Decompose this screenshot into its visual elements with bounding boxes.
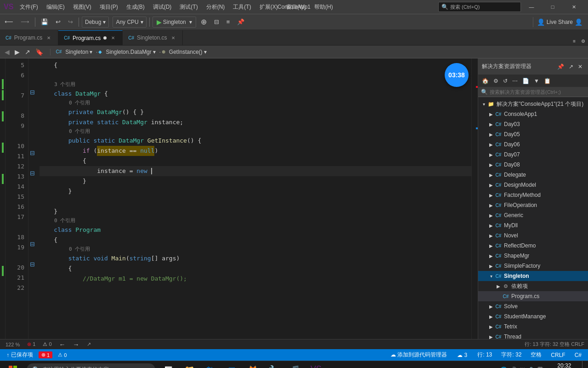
network-icon[interactable]: 🌐 [500, 367, 507, 368]
sol-show-all[interactable]: 📄 [520, 77, 531, 85]
tab-close-3[interactable]: ✕ [170, 34, 177, 41]
tree-singleton-program[interactable]: ▶ C# Program.cs [478, 291, 588, 301]
file-explorer-icon[interactable]: 📁 [179, 361, 199, 368]
tree-siimplefactory[interactable]: ▶ C# SiimpleFactory [478, 261, 588, 271]
attach-button[interactable]: ⊕ [198, 16, 209, 28]
nav-back-bottom[interactable]: ← [57, 340, 68, 349]
add-source-button[interactable]: ☁ 添加到源代码管理器 [388, 351, 450, 359]
tree-day06[interactable]: ▶ C# Day06 [478, 139, 588, 150]
solution-root-item[interactable]: ▾ 📁 解决方案"ConsoleApp1"(21 个项目) [478, 99, 588, 109]
code-content[interactable]: { 3 个引用 class DataMgr { 0 个引用 [36, 58, 471, 339]
nav-action[interactable]: ↗ [23, 47, 32, 57]
maximize-button[interactable]: □ [542, 0, 563, 14]
firefox-icon[interactable]: 🦊 [243, 361, 263, 368]
tab-close-1[interactable]: ✕ [45, 34, 52, 41]
error-count[interactable]: ⊗ 1 [25, 341, 37, 348]
tab-program-cs-1[interactable]: C# Program.cs ✕ [0, 30, 58, 45]
member-dropdown[interactable]: Singleton.DataMgr ▾ [103, 48, 158, 56]
menu-file[interactable]: 文件(F) [16, 2, 41, 12]
class-dropdown[interactable]: Singleton ▾ [62, 48, 95, 56]
menu-test[interactable]: 测试(T) [176, 2, 201, 12]
redo-button[interactable]: ↪ [65, 17, 76, 27]
menu-build[interactable]: 生成(B) [123, 2, 148, 12]
tree-mydll[interactable]: ▶ C# MyDll [478, 220, 588, 230]
lang-indicator[interactable]: 英 [537, 366, 543, 368]
antivirus-icon[interactable]: 🛡 [520, 367, 525, 368]
tree-day05[interactable]: ▶ C# Day05 [478, 129, 588, 139]
store-icon[interactable]: 🛍 [200, 361, 220, 368]
close-button[interactable]: ✕ [563, 0, 584, 14]
solution-pin-button[interactable]: 📌 [555, 63, 566, 71]
menu-analyze[interactable]: 分析(N) [203, 2, 229, 12]
menu-edit[interactable]: 编辑(E) [43, 2, 68, 12]
spaces-status[interactable]: 空格 [528, 351, 544, 359]
vertical-scrollbar[interactable] [471, 58, 478, 339]
vpn-icon[interactable]: 🔒 [528, 367, 535, 368]
tree-tetrix[interactable]: ▶ C# Tetrix [478, 322, 588, 332]
toolbar-misc-2[interactable]: ≡ [224, 17, 233, 27]
encoding-status[interactable]: CRLF [548, 352, 568, 358]
method-dropdown[interactable]: GetInstance() ▾ [166, 48, 209, 56]
nav-forward-arrow[interactable]: ▶ [13, 47, 22, 57]
sol-props[interactable]: 📋 [542, 77, 553, 85]
tab-singleton-cs[interactable]: C# Singleton.cs ✕ [123, 30, 183, 45]
git-branch-button[interactable]: ↑ 已保存项 [4, 351, 36, 359]
warning-badge[interactable]: ⚠ 0 [55, 351, 69, 358]
code-editor[interactable]: 03:38 5 6 7 8 9 10 11 12 13 14 15 16 17 [6, 58, 478, 339]
start-button[interactable] [2, 361, 24, 368]
file-type-status[interactable]: C# [572, 352, 584, 358]
undo-button[interactable]: ↩ [53, 17, 63, 27]
tray-up-arrow[interactable]: ∧ [493, 367, 498, 368]
tree-day03[interactable]: ▶ C# Day03 [478, 119, 588, 129]
col-status[interactable]: 字符: 32 [498, 351, 524, 359]
solution-close-button[interactable]: ✕ [576, 63, 584, 71]
visualstudio-icon[interactable]: VS [306, 361, 326, 368]
task-view-button[interactable]: ⬜ [158, 361, 178, 368]
tree-novel[interactable]: ▶ C# Novel [478, 230, 588, 241]
panel-settings[interactable]: ⚙ [578, 37, 588, 45]
tools-icon[interactable]: 🔧 [264, 361, 284, 368]
row-status[interactable]: 行: 13 [475, 351, 495, 359]
sol-home-button[interactable]: 🏠 [480, 77, 491, 85]
nav-back-arrow[interactable]: ◀ [3, 47, 11, 57]
tree-generic[interactable]: ▶ C# Generic [478, 210, 588, 220]
media-icon[interactable]: 🎵 [285, 361, 305, 368]
back-button[interactable]: ⟵ [2, 17, 16, 27]
toolbar-misc-3[interactable]: 📌 [234, 17, 247, 27]
sol-search-button[interactable]: ⚙ [492, 77, 500, 85]
tree-designmodel[interactable]: ▶ C# DesignModel [478, 180, 588, 190]
menu-help[interactable]: 帮助(H) [311, 2, 337, 12]
warning-count[interactable]: ⚠ 0 [41, 341, 53, 348]
tab-close-2[interactable]: ✕ [109, 34, 117, 42]
run-button[interactable]: ▶ Singleton ▾ [153, 17, 196, 28]
tree-studentmanange[interactable]: ▶ C# StudentManange [478, 311, 588, 322]
tree-reflectdemo[interactable]: ▶ C# ReflectDemo [478, 241, 588, 251]
tab-program-cs-2[interactable]: C# Program.cs ✕ [58, 30, 123, 45]
solution-expand-button[interactable]: ↗ [567, 63, 575, 71]
toolbar-misc-1[interactable]: ⊟ [211, 17, 222, 27]
go-to[interactable]: ↗ [85, 341, 93, 348]
search-solution-input[interactable] [490, 89, 585, 95]
debug-config-dropdown[interactable]: Debug ▾ [82, 17, 109, 28]
panel-options[interactable]: ≡ [570, 37, 578, 45]
menu-debug[interactable]: 调试(D) [149, 2, 175, 12]
titlebar-search-text[interactable]: 搜索 (Ctrl+Q) [450, 4, 480, 11]
menu-tools[interactable]: 工具(T) [229, 2, 254, 12]
azure-devops-badge[interactable]: ☁ 3 [453, 351, 471, 359]
error-badge[interactable]: ⊗ 1 [39, 351, 52, 358]
tree-factorymethod[interactable]: ▶ C# FactoryMethod [478, 190, 588, 200]
forward-button[interactable]: ⟶ [18, 17, 32, 27]
tree-day08[interactable]: ▶ C# Day08 [478, 160, 588, 170]
tree-fileoperation[interactable]: ▶ C# FileOperation [478, 200, 588, 210]
zoom-level[interactable]: 122 % [4, 341, 22, 348]
tree-day07[interactable]: ▶ C# Day07 [478, 150, 588, 160]
tree-singleton-deps[interactable]: ▶ ⚙ 依赖项 [478, 281, 588, 291]
nav-forward-bottom[interactable]: → [71, 340, 81, 349]
sol-filter[interactable]: ▼ [532, 77, 541, 85]
tree-shapemgr[interactable]: ▶ C# ShapeMgr [478, 251, 588, 261]
save-button[interactable]: 💾 [38, 17, 51, 27]
tree-solve[interactable]: ▶ C# Solve [478, 301, 588, 311]
show-desktop-button[interactable] [582, 361, 584, 368]
nav-bookmark[interactable]: 🔖 [34, 47, 45, 57]
volume-icon[interactable]: 🔊 [510, 367, 517, 368]
